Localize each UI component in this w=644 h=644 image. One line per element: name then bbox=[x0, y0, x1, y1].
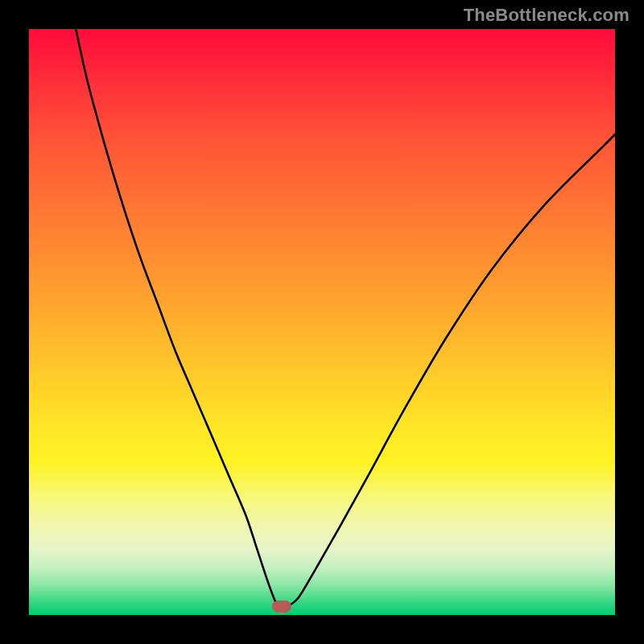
bottleneck-curve bbox=[29, 29, 615, 615]
watermark-text: TheBottleneck.com bbox=[464, 5, 630, 26]
chart-frame: TheBottleneck.com bbox=[0, 0, 644, 644]
minimum-marker bbox=[272, 601, 291, 613]
plot-area bbox=[29, 29, 615, 615]
